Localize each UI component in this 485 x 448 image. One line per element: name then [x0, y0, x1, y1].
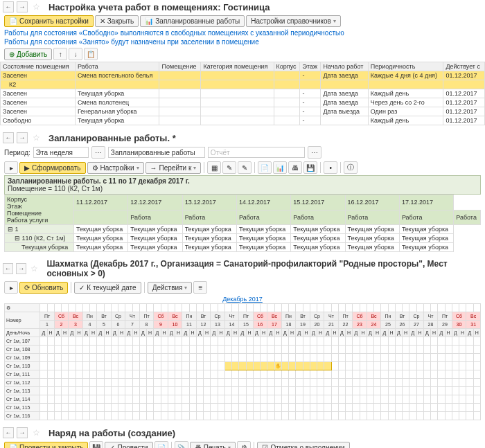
post-close-label: Провести и закрыть: [19, 444, 83, 449]
star-icon[interactable]: ☆: [30, 1, 42, 12]
star-icon-2[interactable]: ☆: [30, 132, 42, 143]
star-icon-3[interactable]: ☆: [29, 263, 39, 274]
copy-icon[interactable]: 📋: [84, 48, 98, 60]
add-label: Добавить: [17, 51, 47, 58]
gear-icon[interactable]: ⚙: [5, 304, 40, 312]
table-row[interactable]: ЗаселенГенеральная уборка-Дата выездаОди…: [1, 107, 485, 116]
back-arrow-3[interactable]: ←: [3, 263, 13, 274]
fwd-arrow-3[interactable]: →: [16, 263, 26, 274]
tool-5-icon[interactable]: 📊: [273, 161, 287, 174]
cell: Дата заезда: [321, 71, 368, 80]
col-header[interactable]: Этаж: [300, 62, 321, 71]
chess-row[interactable]: Ст 1м, 113: [5, 387, 481, 395]
settings-button[interactable]: ⚙ Настройки: [87, 162, 144, 174]
col-header[interactable]: Корпус: [274, 62, 300, 71]
today-button[interactable]: ✓ К текущей дате: [74, 282, 141, 294]
fwd-arrow-4[interactable]: →: [17, 427, 28, 438]
refresh-button[interactable]: ⟳ Обновить: [19, 282, 68, 294]
mark-done-button[interactable]: ☑ Отметка о выполнении: [257, 442, 349, 449]
chess-row[interactable]: Ст 1м, 108: [5, 346, 481, 354]
save-icon-4[interactable]: 💾: [89, 441, 103, 448]
period-picker-icon[interactable]: ⋯: [91, 146, 105, 159]
cell: [201, 98, 274, 107]
table-row[interactable]: СвободноТекущая уборка-Каждый день01.12.…: [1, 116, 485, 125]
chess-row[interactable]: Ст 1м, 109: [5, 354, 481, 362]
table-row[interactable]: ЗаселенТекущая уборка-Дата заездаКаждый …: [1, 89, 485, 98]
chess-row[interactable]: Ст 1м, 116: [5, 412, 481, 420]
close-button[interactable]: ✕ Закрыть: [95, 15, 139, 27]
rooms-config-table: Состояние помещенияРаботаПомещениеКатего…: [0, 62, 485, 125]
hotel-input[interactable]: Отчёт: [208, 147, 305, 158]
col-header[interactable]: Категория помещения: [201, 62, 274, 71]
col-header[interactable]: Начало работ: [321, 62, 368, 71]
col-header[interactable]: Работа: [76, 62, 159, 71]
cell: [274, 89, 300, 98]
cell: Генеральная уборка: [76, 107, 159, 116]
add-button[interactable]: ⊕ Добавить: [4, 48, 52, 60]
post-button[interactable]: ✓ Провести: [105, 442, 152, 449]
save-settings-button[interactable]: 📄 Сохранить настройки: [4, 15, 94, 27]
cell: Каждый день: [368, 89, 443, 98]
hotel-picker-icon[interactable]: ⋯: [308, 146, 321, 159]
back-arrow[interactable]: ←: [3, 1, 14, 12]
planned-works-button[interactable]: 📊 Запланированные работы: [140, 15, 245, 27]
chess-table[interactable]: ⚙НомерПтСбВсПнВтСрЧтПтСбВсПнВтСрЧтПтСбВс…: [4, 303, 481, 420]
actions-button[interactable]: Действия: [148, 282, 193, 294]
planned-input[interactable]: Запланированные работы: [108, 147, 205, 158]
back-arrow-4[interactable]: ←: [3, 427, 14, 438]
tool-6-icon[interactable]: 🖶: [288, 161, 302, 174]
chess-row[interactable]: Ст 1м, 112: [5, 379, 481, 387]
extra-icon-4[interactable]: ⚙: [237, 441, 251, 448]
tool-7-icon[interactable]: 💾: [303, 161, 317, 174]
table-row[interactable]: ЗаселенСмена постельного белья-Дата заез…: [1, 71, 485, 80]
attach-icon[interactable]: 📎: [175, 441, 188, 448]
chess-row[interactable]: Ст 1м, 110✋: [5, 362, 481, 370]
list-icon[interactable]: ≡: [193, 281, 207, 294]
col-header[interactable]: Помещение: [159, 62, 201, 71]
room-header: Номер: [5, 312, 40, 329]
form-report-button[interactable]: ▶ Сформировать: [19, 162, 86, 174]
cell: Текущая уборка: [76, 89, 159, 98]
ref-settings-button[interactable]: Настройки справочников: [246, 15, 341, 27]
goto-button[interactable]: → Перейти к: [146, 162, 202, 174]
tool-1-icon[interactable]: ▦: [207, 161, 221, 174]
down-icon[interactable]: ↓: [69, 48, 82, 60]
post-close-button[interactable]: 📄 Провести и закрыть: [4, 442, 88, 449]
star-icon-4[interactable]: ☆: [30, 427, 42, 438]
tool-2-icon[interactable]: ✎: [222, 161, 236, 174]
cell: -: [300, 89, 321, 98]
up-icon[interactable]: ↑: [53, 48, 67, 60]
print-button[interactable]: 🖶 Печать: [190, 442, 236, 449]
cell: [159, 98, 201, 107]
col-header[interactable]: Действует с: [443, 62, 485, 71]
chess-row[interactable]: Ст 1м, 114: [5, 395, 481, 404]
table-row[interactable]: ЗаселенСмена полотенец-Дата заездаЧерез …: [1, 98, 485, 107]
cell: [159, 71, 201, 80]
tool-3-icon[interactable]: ✎: [238, 161, 252, 174]
tool-4-icon[interactable]: 📄: [258, 161, 272, 174]
back-arrow-2[interactable]: ←: [3, 132, 14, 143]
col-header[interactable]: Состояние помещения: [1, 62, 76, 71]
col-header[interactable]: Периодичность: [368, 62, 443, 71]
cell: [274, 107, 300, 116]
cell: Через день со 2-го: [368, 98, 443, 107]
expand-icon[interactable]: ▸: [4, 161, 18, 174]
chess-row[interactable]: Ст 1м, 111: [5, 370, 481, 379]
tool-8-icon[interactable]: •: [324, 161, 337, 174]
page-title-3: Шахматка (Декабрь 2017 г., Организация =…: [47, 259, 482, 278]
doc-icon-4[interactable]: 📄: [155, 441, 168, 448]
report-row[interactable]: Текущая уборкаТекущая уборкаТекущая убор…: [5, 243, 481, 252]
expand-icon-3[interactable]: ▸: [4, 281, 18, 294]
fwd-arrow[interactable]: →: [17, 1, 28, 12]
cell: [201, 107, 274, 116]
chess-row[interactable]: Ст 1м, 107: [5, 337, 481, 346]
chess-row[interactable]: Ст 1м, 115: [5, 404, 481, 412]
fwd-arrow-2[interactable]: →: [17, 132, 28, 143]
cell: -: [300, 98, 321, 107]
report-row[interactable]: ⊟ 1Текущая уборкаТекущая уборкаТекущая у…: [5, 225, 481, 234]
chess-month[interactable]: Декабрь 2017: [4, 295, 481, 303]
report-row[interactable]: ⊟ 110 (К2, Ст 1м)Текущая уборкаТекущая у…: [5, 234, 481, 243]
help-icon[interactable]: ⓘ: [344, 161, 358, 174]
cell: [201, 116, 274, 125]
period-input[interactable]: Эта неделя: [33, 147, 89, 158]
